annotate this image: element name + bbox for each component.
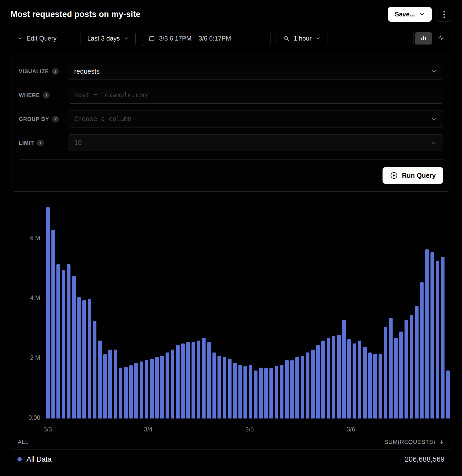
limit-select[interactable]: 10 bbox=[68, 134, 443, 151]
bar[interactable] bbox=[150, 359, 154, 418]
bar[interactable] bbox=[389, 318, 393, 418]
run-query-button[interactable]: Run Query bbox=[383, 167, 443, 184]
bar-series bbox=[46, 204, 450, 418]
bar[interactable] bbox=[243, 366, 247, 418]
bar[interactable] bbox=[233, 363, 237, 418]
date-range-picker[interactable]: 3/3 6:17PM – 3/6 6:17PM bbox=[142, 31, 271, 46]
bar[interactable] bbox=[384, 327, 388, 418]
bar[interactable] bbox=[192, 342, 195, 418]
bar[interactable] bbox=[171, 350, 175, 418]
where-field[interactable] bbox=[68, 87, 443, 104]
bar[interactable] bbox=[321, 341, 325, 418]
info-icon[interactable]: i bbox=[43, 92, 50, 99]
bar[interactable] bbox=[280, 365, 283, 418]
bar[interactable] bbox=[62, 270, 65, 418]
bar[interactable] bbox=[114, 350, 117, 418]
line-chart-toggle[interactable] bbox=[432, 32, 450, 45]
bar[interactable] bbox=[77, 297, 81, 418]
bar[interactable] bbox=[202, 338, 206, 418]
bar[interactable] bbox=[93, 321, 96, 418]
bar[interactable] bbox=[332, 336, 336, 418]
bar[interactable] bbox=[311, 350, 315, 418]
bar[interactable] bbox=[430, 252, 434, 418]
bar[interactable] bbox=[98, 341, 102, 418]
bar[interactable] bbox=[316, 345, 320, 418]
bar[interactable] bbox=[181, 343, 185, 418]
bar[interactable] bbox=[228, 359, 232, 418]
bar[interactable] bbox=[46, 207, 50, 418]
bar[interactable] bbox=[51, 230, 55, 418]
bar[interactable] bbox=[108, 350, 112, 418]
group-by-select[interactable]: Choose a column bbox=[68, 111, 443, 127]
bar[interactable] bbox=[217, 356, 221, 418]
bar[interactable] bbox=[275, 366, 278, 418]
bar[interactable] bbox=[145, 360, 149, 418]
bar[interactable] bbox=[212, 352, 216, 418]
bar[interactable] bbox=[197, 341, 201, 418]
bar[interactable] bbox=[56, 264, 60, 418]
bar[interactable] bbox=[327, 338, 330, 418]
bar[interactable] bbox=[285, 360, 289, 418]
bar[interactable] bbox=[254, 371, 257, 418]
x-axis-label: 3/3 bbox=[43, 426, 52, 433]
bar[interactable] bbox=[72, 276, 76, 418]
info-icon[interactable]: i bbox=[52, 116, 59, 122]
info-icon[interactable]: i bbox=[52, 68, 59, 75]
bar[interactable] bbox=[410, 315, 414, 418]
bar[interactable] bbox=[82, 300, 86, 418]
bar[interactable] bbox=[301, 356, 304, 418]
bar[interactable] bbox=[306, 352, 309, 418]
bar[interactable] bbox=[295, 357, 299, 418]
bar[interactable] bbox=[238, 365, 242, 418]
bar[interactable] bbox=[363, 347, 367, 418]
time-range-dropdown[interactable]: Last 3 days bbox=[81, 31, 136, 46]
bar[interactable] bbox=[342, 320, 346, 418]
bar[interactable] bbox=[176, 345, 180, 418]
bar[interactable] bbox=[347, 339, 351, 418]
bar-chart-toggle[interactable] bbox=[415, 32, 432, 45]
bar[interactable] bbox=[155, 357, 159, 418]
bar[interactable] bbox=[207, 342, 211, 418]
bar[interactable] bbox=[373, 354, 377, 418]
bar[interactable] bbox=[394, 338, 398, 418]
save-button[interactable]: Save... bbox=[388, 7, 432, 22]
bar[interactable] bbox=[166, 352, 169, 418]
bar[interactable] bbox=[249, 365, 252, 418]
bar[interactable] bbox=[337, 335, 341, 418]
bar[interactable] bbox=[436, 261, 439, 418]
bar[interactable] bbox=[358, 341, 362, 418]
bar[interactable] bbox=[425, 249, 429, 418]
bar[interactable] bbox=[223, 357, 226, 418]
granularity-dropdown[interactable]: 1 hour bbox=[277, 31, 327, 46]
bar[interactable] bbox=[405, 320, 408, 418]
bar[interactable] bbox=[67, 264, 70, 418]
where-input[interactable] bbox=[74, 91, 437, 99]
result-table-row[interactable]: All Data 206,688,569 bbox=[11, 449, 451, 469]
bar[interactable] bbox=[124, 367, 128, 418]
bar[interactable] bbox=[399, 332, 403, 418]
bar[interactable] bbox=[415, 306, 419, 418]
bar[interactable] bbox=[129, 365, 133, 418]
bar[interactable] bbox=[379, 354, 382, 418]
bar[interactable] bbox=[103, 354, 107, 418]
bar[interactable] bbox=[119, 368, 123, 418]
bar[interactable] bbox=[353, 343, 356, 418]
edit-query-button[interactable]: Edit Query bbox=[11, 31, 63, 46]
bar[interactable] bbox=[140, 362, 143, 418]
bar[interactable] bbox=[420, 282, 424, 418]
bar[interactable] bbox=[259, 368, 263, 418]
bar[interactable] bbox=[160, 356, 164, 418]
bar[interactable] bbox=[88, 299, 91, 418]
bar[interactable] bbox=[186, 342, 190, 418]
bar[interactable] bbox=[290, 360, 294, 418]
visualize-select[interactable]: requests bbox=[68, 63, 443, 80]
bar[interactable] bbox=[134, 363, 138, 418]
bar[interactable] bbox=[446, 371, 450, 418]
info-icon[interactable]: i bbox=[37, 140, 44, 146]
sum-column-header[interactable]: SUM(REQUESTS) bbox=[384, 439, 444, 446]
kebab-menu-button[interactable] bbox=[437, 7, 451, 22]
bar[interactable] bbox=[441, 257, 445, 418]
bar[interactable] bbox=[269, 368, 273, 418]
bar[interactable] bbox=[264, 368, 268, 418]
bar[interactable] bbox=[368, 352, 372, 418]
